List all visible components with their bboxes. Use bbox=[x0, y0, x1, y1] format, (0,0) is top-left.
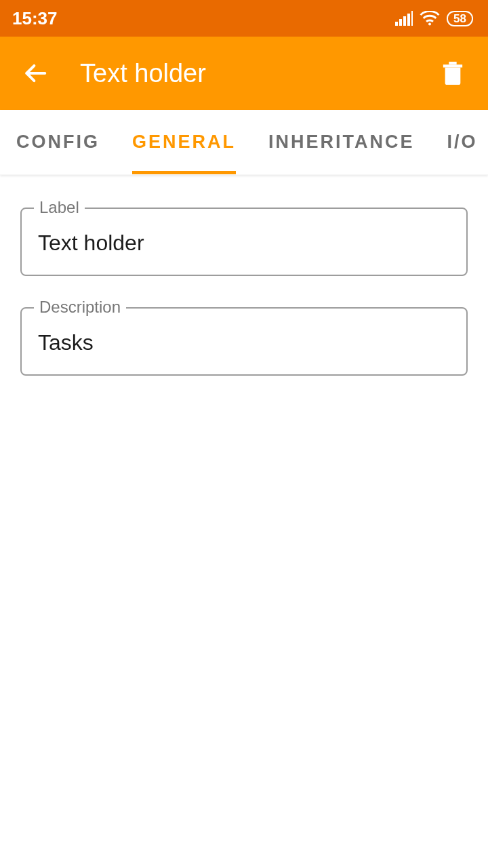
tab-io[interactable]: I/O bbox=[447, 110, 478, 174]
svg-rect-2 bbox=[403, 16, 406, 26]
battery-indicator: 58 bbox=[447, 11, 473, 26]
svg-rect-4 bbox=[411, 11, 413, 26]
delete-button[interactable] bbox=[434, 54, 472, 92]
svg-rect-1 bbox=[399, 19, 402, 26]
tab-config[interactable]: Config bbox=[16, 110, 100, 174]
status-time: 15:37 bbox=[12, 8, 58, 29]
label-field-caption: Label bbox=[34, 198, 85, 217]
description-field[interactable]: Description bbox=[20, 307, 468, 376]
label-field[interactable]: Label bbox=[20, 208, 468, 276]
wifi-icon bbox=[420, 11, 440, 26]
svg-rect-0 bbox=[395, 22, 398, 26]
label-input[interactable] bbox=[22, 209, 466, 275]
app-bar: Text holder bbox=[0, 37, 488, 110]
tab-inheritance[interactable]: Inheritance bbox=[268, 110, 415, 174]
description-input[interactable] bbox=[22, 309, 466, 374]
content-area: Label Description bbox=[0, 175, 488, 439]
status-icons: 58 bbox=[395, 11, 473, 26]
tab-bar: Config General Inheritance I/O bbox=[0, 110, 488, 175]
signal-icon bbox=[395, 11, 413, 26]
svg-point-5 bbox=[428, 23, 431, 26]
tab-general[interactable]: General bbox=[132, 110, 236, 174]
back-button[interactable] bbox=[16, 54, 54, 92]
svg-rect-3 bbox=[407, 14, 410, 26]
description-field-caption: Description bbox=[34, 298, 126, 317]
page-title: Text holder bbox=[80, 59, 434, 88]
status-bar: 15:37 58 bbox=[0, 0, 488, 37]
